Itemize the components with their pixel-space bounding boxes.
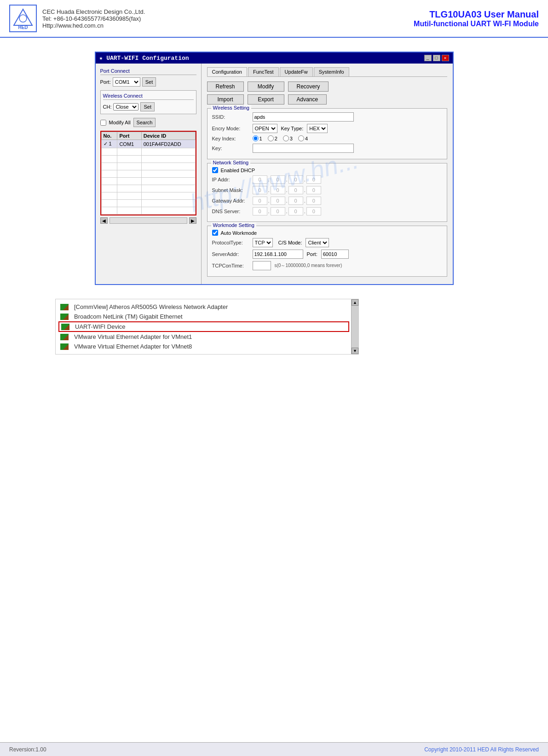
window-controls: _ □ ✕ [424, 55, 449, 61]
modify-all-label: Modify All [109, 120, 131, 125]
port-input[interactable] [321, 250, 349, 259]
main-content: http://www.hn... ★ UART-WIFI Configurati… [0, 38, 548, 368]
scroll-left-btn[interactable]: ◀ [100, 217, 108, 224]
network-label-4: VMware Virtual Ethernet Adapter for VMne… [74, 333, 192, 340]
ip-fields: . . . [253, 175, 321, 184]
port-connect-label: Port Connect [100, 68, 196, 75]
subnet-field-1[interactable] [253, 186, 267, 194]
gw-field-3[interactable] [288, 197, 303, 205]
list-item[interactable]: VMware Virtual Ethernet Adapter for VMne… [58, 332, 349, 342]
search-button[interactable]: Search [133, 118, 156, 127]
tab-configuration[interactable]: Configuration [207, 67, 247, 76]
network-list-scrollbar[interactable]: ▲ ▼ [351, 299, 358, 354]
table-row [101, 200, 195, 207]
table-row [101, 185, 195, 192]
tab-functest[interactable]: FuncTest [248, 67, 279, 76]
list-item[interactable]: [CommView] Atheros AR5005G Wireless Netw… [58, 302, 349, 312]
advance-button[interactable]: Advance [288, 94, 327, 105]
tab-systeminfo[interactable]: SystemInfo [314, 67, 349, 76]
ssid-input[interactable] [253, 112, 354, 122]
ip-field-1[interactable] [253, 175, 267, 184]
key-type-select[interactable]: HEX [307, 124, 328, 133]
recovery-button[interactable]: Recovery [288, 81, 329, 92]
dns-field-1[interactable] [253, 207, 267, 215]
gateway-fields: . . . [253, 197, 321, 205]
network-icon-5 [60, 343, 69, 350]
server-addr-label: ServerAddr: [212, 251, 249, 257]
tcpcon-input[interactable] [253, 261, 271, 270]
dhcp-checkbox[interactable] [212, 167, 218, 173]
dns-field-2[interactable] [271, 207, 285, 215]
list-item[interactable]: UART-WIFI Device [58, 321, 349, 332]
modify-row: Modify All Search [100, 118, 196, 127]
company-info: CEC Huada Electronic Design Co.,Ltd. Tel… [42, 8, 145, 29]
dns-field-4[interactable] [306, 207, 321, 215]
svg-marker-0 [14, 9, 32, 25]
network-label-3: UART-WIFI Device [75, 323, 126, 330]
auto-workmode-label: Auto Workmode [221, 230, 257, 236]
dns-field-3[interactable] [288, 207, 303, 215]
company-url: Http://www.hed.com.cn [42, 22, 145, 29]
workmode-setting-section: Workmode Setting Auto Workmode ProtocolT… [207, 226, 447, 277]
network-label-1: [CommView] Atheros AR5005G Wireless Netw… [74, 303, 228, 310]
subnet-row: Subnet Mask: . . . [212, 186, 442, 194]
gw-field-1[interactable] [253, 197, 267, 205]
wireless-setting-title: Wireless Setting [211, 105, 251, 110]
logo: HED [9, 5, 37, 32]
modify-button[interactable]: Modify [248, 81, 284, 92]
modify-all-checkbox[interactable] [100, 120, 106, 126]
key-row: Key: [212, 144, 442, 153]
import-button[interactable]: Import [207, 94, 244, 105]
auto-workmode-checkbox[interactable] [212, 230, 218, 236]
export-button[interactable]: Export [248, 94, 284, 105]
tcpcon-row: TCPConTime: s(0～10000000,0 means forever… [212, 261, 442, 270]
encry-label: Encry Mode: [212, 126, 249, 131]
network-list: [CommView] Atheros AR5005G Wireless Netw… [55, 299, 359, 355]
radio-1[interactable]: 1 [253, 135, 262, 141]
server-addr-input[interactable] [253, 250, 303, 259]
radio-2[interactable]: 2 [268, 135, 277, 141]
scroll-track[interactable] [110, 217, 187, 224]
port-set-button[interactable]: Set [142, 77, 156, 87]
copyright-text: Copyright 2010-2011 HED All Rights Reser… [424, 746, 539, 753]
close-button[interactable]: ✕ [442, 55, 449, 61]
subnet-field-4[interactable] [306, 186, 321, 194]
ch-label: CH: [103, 104, 112, 110]
wireless-set-button[interactable]: Set [140, 102, 155, 111]
radio-3[interactable]: 3 [283, 135, 293, 141]
refresh-button[interactable]: Refresh [207, 81, 244, 92]
radio-4[interactable]: 4 [298, 135, 308, 141]
dns-label: DNS Server: [212, 209, 249, 214]
subnet-field-2[interactable] [271, 186, 285, 194]
ip-field-3[interactable] [288, 175, 303, 184]
ip-field-2[interactable] [271, 175, 285, 184]
scroll-up-btn[interactable]: ▲ [352, 299, 358, 306]
restore-button[interactable]: □ [433, 55, 440, 61]
cs-mode-select[interactable]: Client [306, 238, 329, 247]
encry-select[interactable]: OPEN [253, 124, 277, 133]
ip-field-4[interactable] [306, 175, 321, 184]
tab-updatefw[interactable]: UpdateFw [280, 67, 313, 76]
dns-row: DNS Server: . . . [212, 207, 442, 215]
gw-field-4[interactable] [306, 197, 321, 205]
port-label-ws: Port: [307, 251, 317, 257]
scroll-right-btn[interactable]: ▶ [189, 217, 196, 224]
key-input[interactable] [253, 144, 354, 153]
list-item[interactable]: Broadcom NetLink (TM) Gigabit Ethernet [58, 312, 349, 321]
subnet-fields: . . . [253, 186, 321, 194]
gw-field-2[interactable] [271, 197, 285, 205]
wireless-setting-section: Wireless Setting SSID: Encry Mode: OPEN … [207, 108, 447, 159]
network-icon-2 [60, 314, 69, 320]
network-icon-3 [61, 324, 69, 330]
header-titles: TLG10UA03 User Manual Mutil-functional U… [414, 9, 539, 28]
minimize-button[interactable]: _ [424, 55, 432, 61]
ch-select[interactable]: Close [113, 103, 138, 110]
company-name: CEC Huada Electronic Design Co.,Ltd. [42, 8, 145, 15]
scroll-down-btn[interactable]: ▼ [352, 348, 358, 354]
subnet-field-3[interactable] [288, 186, 303, 194]
window-body: Port Connect Port: COM1 Set Wireless Con… [96, 64, 453, 284]
list-item[interactable]: VMware Virtual Ethernet Adapter for VMne… [58, 342, 349, 351]
table-row[interactable]: ✓ 1 COM1 001FA4FD2ADD [101, 140, 195, 148]
protocol-select[interactable]: TCP [253, 238, 273, 247]
port-select[interactable]: COM1 [113, 77, 140, 87]
